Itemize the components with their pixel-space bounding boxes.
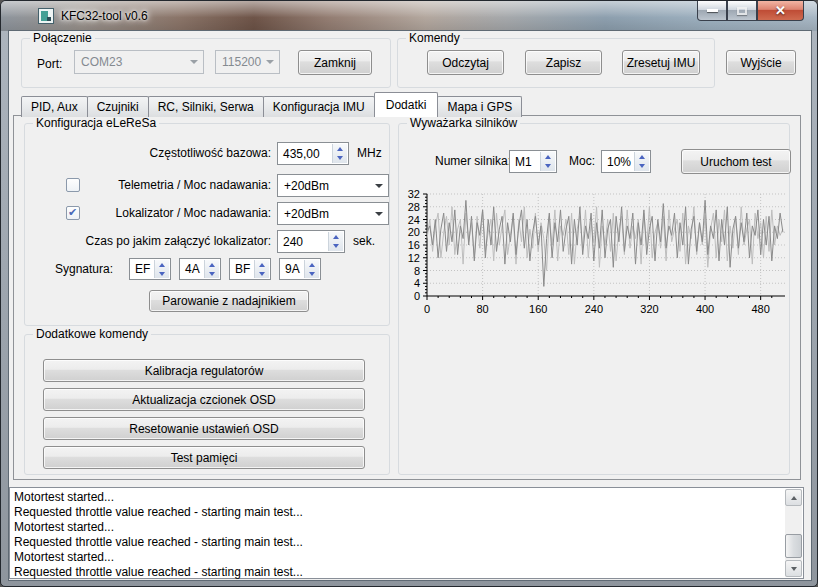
svg-text:160: 160 <box>529 303 547 315</box>
spin-up-icon[interactable] <box>333 144 347 154</box>
motor-number-input[interactable]: M1 <box>509 150 557 173</box>
spin-up-icon[interactable] <box>205 260 219 269</box>
locator-delay-input[interactable]: 240 <box>277 230 345 253</box>
signature-byte-1-input[interactable]: EF <box>129 258 171 280</box>
dodatki-tab-panel: Konfiguracja eLeReSa Częstotliwość bazow… <box>13 115 801 480</box>
locator-label: Lokalizator / Moc nadawania: <box>65 206 271 220</box>
svg-text:28: 28 <box>408 201 420 213</box>
tab-czujniki[interactable]: Czujniki <box>87 96 149 117</box>
memory-test-button[interactable]: Test pamięci <box>43 446 365 469</box>
locator-delay-unit: sek. <box>353 234 375 248</box>
tab-konfiguracja-imu[interactable]: Konfiguracja IMU <box>263 96 375 117</box>
pair-transmitter-button[interactable]: Parowanie z nadajnikiem <box>149 290 309 312</box>
update-osd-fonts-button[interactable]: Aktualizacja czcionek OSD <box>43 388 365 411</box>
spin-down-icon[interactable] <box>255 269 269 278</box>
spin-up-icon[interactable] <box>329 232 343 242</box>
power-input[interactable]: 10% <box>601 150 651 173</box>
minimize-button[interactable] <box>697 1 727 21</box>
spin-up-icon[interactable] <box>255 260 269 269</box>
app-icon <box>38 8 54 24</box>
svg-text:80: 80 <box>476 303 488 315</box>
log-lines: Motortest started... Requested throttle … <box>14 490 781 580</box>
spin-down-icon[interactable] <box>205 269 219 278</box>
tab-rc-silniki-serwa[interactable]: RC, Silniki, Serwa <box>148 96 264 117</box>
baud-select-value: 115200 <box>222 55 261 69</box>
spin-down-icon[interactable] <box>155 269 169 278</box>
spin-down-icon[interactable] <box>541 162 555 172</box>
eleres-group: Konfiguracja eLeReSa Częstotliwość bazow… <box>24 123 390 326</box>
spin-up-icon[interactable] <box>541 152 555 162</box>
read-button[interactable]: Odczytaj <box>427 50 504 75</box>
exit-button[interactable]: Wyjście <box>726 50 796 75</box>
window-controls: ✕ <box>697 1 804 21</box>
telemetry-power-select[interactable]: +20dBm <box>277 174 389 197</box>
log-scrollbar[interactable] <box>785 489 802 577</box>
maximize-button[interactable] <box>727 1 757 21</box>
base-frequency-value: 435,00 <box>283 143 320 164</box>
log-line: Motortest started... <box>14 490 781 505</box>
maximize-icon <box>737 7 747 15</box>
tab-pid-aux[interactable]: PID, Aux <box>21 96 88 117</box>
write-button[interactable]: Zapisz <box>525 50 602 75</box>
telemetry-power-value: +20dBm <box>284 179 329 193</box>
scroll-thumb[interactable] <box>785 534 802 558</box>
reset-imu-button[interactable]: Zresetuj IMU <box>622 50 700 75</box>
titlebar: KFC32-tool v0.6 <box>1 1 817 31</box>
chevron-down-icon <box>371 203 386 224</box>
svg-text:20: 20 <box>408 226 420 238</box>
signature-byte-3-input[interactable]: BF <box>229 258 271 280</box>
log-line: Requested throttle value reached - start… <box>14 505 781 520</box>
signature-byte-3-value: BF <box>235 259 250 279</box>
svg-text:32: 32 <box>408 188 420 200</box>
chevron-down-icon <box>371 175 386 196</box>
scroll-up-button[interactable] <box>785 489 802 506</box>
signature-byte-4-value: 9A <box>285 259 300 279</box>
spin-down-icon[interactable] <box>305 269 319 278</box>
power-label: Moc: <box>569 154 595 168</box>
log-line: Requested throttle value reached - start… <box>14 565 781 580</box>
motor-balancer-group: Wyważarka silników Numer silnika: M1 Moc… <box>398 123 790 475</box>
baud-select[interactable]: 115200 <box>215 50 280 74</box>
close-port-button[interactable]: Zamknij <box>298 50 372 75</box>
signature-byte-1-value: EF <box>135 259 150 279</box>
signature-byte-2-value: 4A <box>185 259 200 279</box>
close-button[interactable]: ✕ <box>757 1 804 21</box>
calibrate-regulators-button[interactable]: Kalibracja regulatorów <box>43 359 365 382</box>
spin-down-icon[interactable] <box>635 162 649 172</box>
power-value: 10% <box>607 151 631 172</box>
tab-dodatki[interactable]: Dodatki <box>374 92 439 117</box>
port-select[interactable]: COM23 <box>74 50 204 74</box>
extra-commands-group: Dodatkowe komendy Kalibracja regulatorów… <box>24 334 390 475</box>
motor-number-value: M1 <box>515 151 532 172</box>
motor-test-chart: 048121620242832080160240320400480 <box>403 186 789 318</box>
signature-label: Sygnatura: <box>55 262 113 276</box>
chevron-down-icon <box>186 51 201 73</box>
spin-down-icon[interactable] <box>329 242 343 252</box>
locator-delay-label: Czas po jakim załączyć lokalizator: <box>25 234 271 248</box>
minimize-icon <box>707 9 718 12</box>
scroll-down-button[interactable] <box>785 560 802 577</box>
svg-text:400: 400 <box>696 303 714 315</box>
reset-osd-settings-button[interactable]: Resetowanie ustawień OSD <box>43 417 365 440</box>
svg-text:4: 4 <box>414 277 420 289</box>
motor-number-label: Numer silnika: <box>435 154 511 168</box>
spin-up-icon[interactable] <box>155 260 169 269</box>
spin-up-icon[interactable] <box>305 260 319 269</box>
log-output[interactable]: Motortest started... Requested throttle … <box>9 487 804 579</box>
port-select-value: COM23 <box>81 55 122 69</box>
tab-mapa-i-gps[interactable]: Mapa i GPS <box>437 96 522 117</box>
tab-bar: PID, Aux Czujniki RC, Silniki, Serwa Kon… <box>21 94 521 117</box>
svg-text:480: 480 <box>751 303 769 315</box>
svg-text:0: 0 <box>424 303 430 315</box>
signature-byte-2-input[interactable]: 4A <box>179 258 221 280</box>
run-test-button[interactable]: Uruchom test <box>681 149 791 174</box>
app-window: KFC32-tool v0.6 ✕ Połączenie Port: COM23… <box>0 0 818 587</box>
motor-balancer-group-label: Wyważarka silników <box>407 116 520 130</box>
close-icon: ✕ <box>775 4 786 17</box>
spin-up-icon[interactable] <box>635 152 649 162</box>
spin-down-icon[interactable] <box>333 154 347 164</box>
base-frequency-input[interactable]: 435,00 <box>277 142 349 165</box>
signature-byte-4-input[interactable]: 9A <box>279 258 321 280</box>
log-line: Motortest started... <box>14 550 781 565</box>
locator-power-select[interactable]: +20dBm <box>277 202 389 225</box>
